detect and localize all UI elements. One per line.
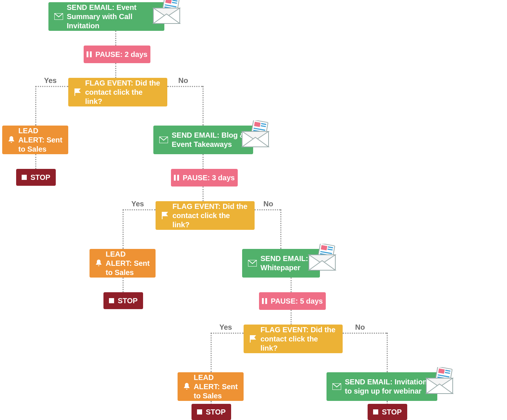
- node-flag-event-1: FLAG EVENT: Did the contact click the li…: [68, 78, 167, 106]
- stop-icon: [109, 298, 114, 303]
- connector: [123, 278, 124, 292]
- node-send-email-3: SEND EMAIL: Whitepaper: [242, 249, 320, 278]
- envelope-graphic: [423, 367, 456, 393]
- svg-rect-24: [177, 175, 179, 181]
- svg-rect-12: [22, 175, 27, 180]
- flag-icon: [74, 88, 81, 96]
- node-text: LEAD ALERT: Sent to Sales: [194, 373, 238, 401]
- connector: [35, 154, 36, 169]
- mail-icon: [54, 13, 63, 20]
- mail-icon: [159, 137, 168, 143]
- node-text: PAUSE: 5 days: [271, 297, 323, 306]
- branch-label-no: No: [263, 200, 273, 208]
- node-pause-2: PAUSE: 3 days: [171, 169, 238, 187]
- node-pause-1: PAUSE: 2 days: [84, 46, 150, 63]
- connector: [35, 86, 68, 87]
- connector: [343, 333, 387, 334]
- connector: [115, 63, 116, 78]
- stop-icon: [197, 409, 202, 414]
- node-text: STOP: [206, 408, 226, 417]
- connector: [280, 209, 281, 249]
- branch-label-yes: Yes: [219, 323, 232, 332]
- svg-rect-37: [265, 298, 267, 304]
- node-text: SEND EMAIL: Blog & Event Takeaways: [172, 131, 247, 149]
- connector: [35, 86, 36, 126]
- node-send-email-4: SEND EMAIL: Invitation to sign up for we…: [327, 372, 437, 401]
- node-flag-event-3: FLAG EVENT: Did the contact click the li…: [244, 325, 343, 353]
- mail-icon: [332, 383, 341, 390]
- svg-rect-11: [90, 51, 92, 57]
- node-text: STOP: [30, 173, 50, 182]
- svg-rect-25: [109, 298, 114, 303]
- connector: [255, 209, 280, 210]
- branch-label-yes: Yes: [44, 76, 56, 85]
- node-send-email-2: SEND EMAIL: Blog & Event Takeaways: [153, 126, 253, 154]
- branch-label-no: No: [178, 76, 188, 85]
- connector: [203, 86, 204, 126]
- connector: [291, 278, 292, 292]
- node-stop-2: STOP: [103, 292, 143, 309]
- node-text: STOP: [118, 296, 138, 305]
- connector: [211, 333, 212, 372]
- node-lead-alert-3: LEAD ALERT: Sent to Sales: [178, 372, 244, 401]
- node-flag-event-2: FLAG EVENT: Did the contact click the li…: [156, 201, 255, 230]
- connector: [203, 187, 204, 201]
- svg-rect-38: [197, 409, 202, 414]
- bell-icon: [183, 383, 190, 390]
- connector: [291, 310, 292, 325]
- node-text: LEAD ALERT: Sent to Sales: [18, 126, 62, 154]
- node-text: STOP: [382, 408, 402, 417]
- envelope-graphic: [239, 120, 272, 146]
- node-text: SEND EMAIL: Event Summary with Call Invi…: [67, 3, 158, 30]
- connector: [203, 154, 204, 169]
- flag-icon: [249, 335, 257, 343]
- node-send-email-1: SEND EMAIL: Event Summary with Call Invi…: [48, 2, 164, 31]
- flowchart-canvas: SEND EMAIL: Event Summary with Call Invi…: [0, 0, 507, 420]
- svg-rect-49: [373, 409, 378, 414]
- node-lead-alert-1: LEAD ALERT: Sent to Sales: [2, 126, 68, 154]
- node-text: SEND EMAIL: Invitation to sign up for we…: [345, 377, 431, 396]
- connector: [387, 333, 388, 372]
- stop-icon: [373, 409, 378, 414]
- connector: [123, 209, 156, 210]
- node-text: FLAG EVENT: Did the contact click the li…: [172, 202, 249, 229]
- pause-icon: [262, 298, 267, 304]
- node-stop-3: STOP: [192, 404, 231, 420]
- connector: [167, 86, 203, 87]
- svg-rect-36: [262, 298, 264, 304]
- node-text: PAUSE: 3 days: [183, 173, 235, 182]
- stop-icon: [22, 175, 27, 180]
- node-text: FLAG EVENT: Did the contact click the li…: [85, 79, 161, 106]
- bell-icon: [95, 260, 102, 267]
- node-lead-alert-2: LEAD ALERT: Sent to Sales: [90, 249, 156, 278]
- svg-rect-10: [87, 51, 88, 57]
- node-text: LEAD ALERT: Sent to Sales: [106, 250, 150, 277]
- mail-icon: [248, 260, 257, 267]
- envelope-graphic: [306, 244, 339, 269]
- connector: [115, 31, 116, 46]
- pause-icon: [174, 175, 179, 181]
- flag-icon: [161, 212, 169, 219]
- connector: [211, 333, 244, 334]
- node-text: FLAG EVENT: Did the contact click the li…: [260, 325, 337, 353]
- bell-icon: [8, 136, 15, 144]
- branch-label-no: No: [355, 323, 365, 332]
- node-pause-3: PAUSE: 5 days: [259, 292, 326, 310]
- node-text: PAUSE: 2 days: [95, 50, 147, 59]
- pause-icon: [87, 51, 92, 57]
- svg-rect-23: [174, 175, 176, 181]
- branch-label-yes: Yes: [131, 200, 144, 208]
- envelope-graphic: [150, 0, 183, 23]
- node-stop-1: STOP: [16, 169, 56, 186]
- connector: [123, 209, 124, 249]
- node-stop-4: STOP: [368, 404, 407, 420]
